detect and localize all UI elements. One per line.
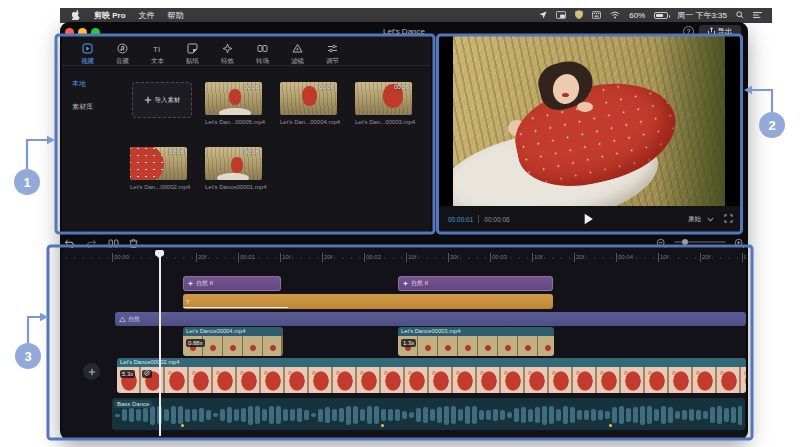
waveform-bar <box>661 406 666 423</box>
audio-waveform <box>115 405 742 425</box>
filter-clip[interactable]: 自然 <box>115 312 746 326</box>
effect-icon <box>402 280 409 287</box>
waveform-bar <box>654 409 659 422</box>
callout-leader-2 <box>752 90 772 112</box>
music-note-icon <box>105 43 140 55</box>
ruler-tick-label: 20f <box>700 253 712 262</box>
media-clip-thumbnail[interactable]: 00:06 <box>355 82 412 115</box>
filter-icon <box>119 316 126 323</box>
import-label: 导入素材 <box>155 96 181 105</box>
waveform-bar <box>395 409 400 422</box>
media-clip-thumbnail[interactable]: 00:06 <box>205 147 262 180</box>
waveform-bar <box>591 409 596 421</box>
media-library-panel: 视频 音频 TI文本 贴纸 特效 转场 滤镜 调节 本地 素材库 导入素材 00… <box>62 36 431 231</box>
ruler-tick-label: 20f <box>196 253 208 262</box>
waveform-bar <box>577 410 582 420</box>
text-clip-progress <box>183 307 288 308</box>
playhead[interactable] <box>159 250 161 436</box>
timeline-zoom-slider[interactable] <box>674 241 726 243</box>
waveform-bar <box>521 407 526 424</box>
menubar-clock[interactable]: 周一 下午3:35 <box>677 10 727 21</box>
sidebar-item-library[interactable]: 素材库 <box>72 102 93 112</box>
ruler-tick-label: 20f <box>574 253 586 262</box>
waveform-bar <box>619 406 624 423</box>
tab-filters[interactable]: 滤镜 <box>280 43 315 66</box>
media-clip-thumbnail[interactable]: 00:06 <box>205 82 262 115</box>
sticker-icon <box>175 43 210 55</box>
quality-selector[interactable]: 原始 <box>688 215 701 224</box>
video-overlay-clip[interactable]: Let's Dance00003.mp4 1.3x <box>398 327 554 356</box>
sidebar-item-local[interactable]: 本地 <box>72 79 86 89</box>
text-clip[interactable]: T <box>183 294 553 309</box>
keypad-icon[interactable] <box>592 11 601 21</box>
media-clip-thumbnail[interactable]: 00:06 <box>280 82 337 115</box>
fullscreen-icon[interactable] <box>724 214 733 224</box>
tab-sticker[interactable]: 贴纸 <box>175 43 210 66</box>
waveform-bar <box>220 409 225 421</box>
menubar-app-name[interactable]: 剪映 Pro <box>94 10 126 21</box>
tab-effects[interactable]: 特效 <box>210 43 245 66</box>
play-button[interactable] <box>583 213 594 226</box>
waveform-bar <box>360 409 365 422</box>
effect-clip[interactable]: 自然 II <box>183 276 281 291</box>
add-media-button[interactable] <box>83 363 100 380</box>
clip-duration: 00:06 <box>319 84 334 90</box>
waveform-bar <box>381 409 386 421</box>
ruler-tick-label: 00:04 <box>616 253 635 262</box>
location-icon[interactable] <box>539 11 547 21</box>
waveform-bar <box>710 407 715 423</box>
waveform-bar <box>234 409 239 421</box>
timeline-ruler[interactable]: 00:0020f00:0110f20f00:0210f20f00:0310f20… <box>62 252 746 264</box>
shield-icon[interactable] <box>575 10 583 21</box>
waveform-bar <box>444 406 449 425</box>
waveform-bar <box>115 414 120 417</box>
main-video-clip[interactable]: Let's Dance00002.mp4 5.3x <box>117 358 746 393</box>
beat-marker <box>381 424 384 427</box>
video-overlay-clip[interactable]: Let's Dance00004.mp4 0.88x <box>183 327 283 356</box>
waveform-bar <box>227 407 232 422</box>
ruler-tick-label: 00:05 <box>742 253 746 262</box>
ruler-tick-label: 00:01 <box>238 253 257 262</box>
tab-adjust[interactable]: 调节 <box>315 43 350 66</box>
zoom-slider-handle[interactable] <box>682 239 688 245</box>
spotlight-search-icon[interactable] <box>736 11 744 21</box>
waveform-bar <box>129 408 134 423</box>
waveform-bar <box>164 409 169 421</box>
wifi-icon[interactable] <box>610 11 620 21</box>
tab-audio[interactable]: 音频 <box>105 43 140 66</box>
audio-clip[interactable]: Bass Dance <box>112 398 745 430</box>
waveform-bar <box>402 411 407 420</box>
video-tab-icon <box>70 43 105 55</box>
tab-text[interactable]: TI文本 <box>140 43 175 66</box>
waveform-bar <box>724 408 729 421</box>
waveform-bar <box>248 406 253 425</box>
beat-marker <box>181 424 184 427</box>
effect-clip-label: 自然 II <box>196 279 213 288</box>
freeze-badge-icon <box>142 370 152 378</box>
control-center-icon[interactable] <box>753 11 762 21</box>
chevron-down-icon[interactable] <box>707 216 714 223</box>
current-time: 00:00:01 <box>448 216 473 223</box>
tab-video[interactable]: 视频 <box>70 43 105 66</box>
clip-duration: 00:06 <box>244 84 259 90</box>
waveform-bar <box>346 406 351 425</box>
screen-mirroring-icon[interactable] <box>556 11 566 21</box>
waveform-bar <box>640 406 645 425</box>
callout-arrow-1 <box>47 136 55 144</box>
apple-logo-icon[interactable] <box>72 9 81 22</box>
tab-transitions[interactable]: 转场 <box>245 43 280 66</box>
media-clip-thumbnail[interactable]: 00:06 <box>130 147 187 180</box>
battery-percent: 60% <box>629 11 645 20</box>
filmstrip <box>398 336 554 356</box>
preview-video[interactable] <box>438 36 740 206</box>
playback-controls: 00:00:01 00:00:06 原始 <box>438 206 740 232</box>
effects-star-icon <box>210 43 245 55</box>
svg-text:TI: TI <box>153 45 160 54</box>
menubar-item-help[interactable]: 帮助 <box>168 10 184 21</box>
waveform-bar <box>150 406 155 425</box>
import-media-button[interactable]: 导入素材 <box>132 82 192 118</box>
effect-clip[interactable]: 自然 II <box>398 276 553 291</box>
callout-arrow-3 <box>40 313 48 321</box>
menubar-item-file[interactable]: 文件 <box>139 10 155 21</box>
callout-number-3: 3 <box>24 349 31 364</box>
